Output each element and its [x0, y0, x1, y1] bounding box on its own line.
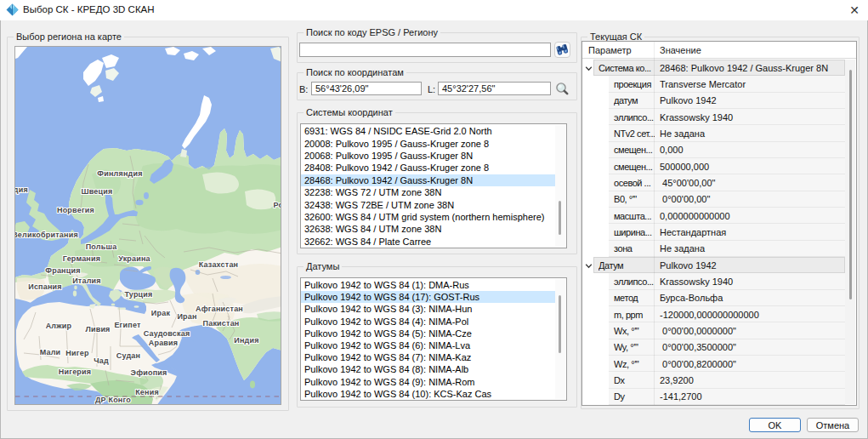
table-row[interactable]: масшта...0,000000000000 [582, 208, 845, 224]
datums-items: Pulkovo 1942 to WGS 84 (1): DMA-RusPulko… [301, 279, 555, 400]
param-cell: эллипсо... [614, 273, 655, 289]
list-item[interactable]: Pulkovo 1942 to WGS 84 (5): NIMA-Cze [301, 328, 555, 339]
list-item[interactable]: 20008: Pulkovo 1995 / Gauss-Kruger zone … [301, 137, 555, 149]
value-cell: 28468: Pulkovo 1942 / Gauss-Kruger 8N [660, 60, 845, 76]
longitude-label: L: [428, 84, 435, 94]
table-row[interactable]: зонаНе задана [582, 241, 845, 257]
latitude-label: B: [299, 84, 308, 94]
list-item[interactable]: Pulkovo 1942 to WGS 84 (3): NIMA-Hun [301, 303, 555, 315]
param-cell: Система ко... [599, 60, 654, 76]
value-cell: Pulkovo 1942 [660, 257, 845, 273]
title-bar: Выбор СК - КРЕДО 3D СКАН ✕ [0, 0, 868, 20]
table-row[interactable]: Wz, °'" 0°00'00,8200000" [582, 356, 845, 372]
chevron-down-icon[interactable] [585, 65, 593, 72]
table-row[interactable]: проекцияTransverse Mercator [582, 76, 845, 92]
table-row[interactable]: методБурса-Вольфа [582, 290, 845, 306]
table-row[interactable]: m, ppm-120000,000000000000 [582, 306, 845, 322]
table-row[interactable]: Система ко...28468: Pulkovo 1942 / Gauss… [582, 60, 845, 76]
list-item[interactable]: 28468: Pulkovo 1942 / Gauss-Kruger 8N [301, 174, 555, 186]
value-cell: -120000,000000000000 [660, 306, 845, 322]
ok-button[interactable]: OK [749, 418, 801, 432]
table-row[interactable]: эллипсо...Krassowsky 1940 [582, 109, 845, 125]
coordinate-systems-scrollbar[interactable] [555, 125, 565, 247]
value-cell: 0°00'00,3500000" [660, 339, 845, 356]
list-item[interactable]: Pulkovo 1942 to WGS 84 (4): NIMA-Pol [301, 316, 555, 328]
table-row[interactable]: B0, °'" 0°00'00,00" [582, 191, 845, 208]
list-item[interactable]: 32438: WGS 72BE / UTM zone 38N [301, 198, 555, 210]
map-country-label: Кения [135, 388, 159, 396]
param-cell: проекция [614, 76, 655, 92]
map-country-label: Турция [124, 290, 152, 299]
param-cell: Датум [599, 257, 654, 273]
group-epsg-search-label: Поиск по коду EPSG / Региону [304, 26, 440, 38]
list-item[interactable]: Pulkovo 1942 to WGS 84 (1): DMA-Rus [301, 279, 555, 291]
magnifier-icon [554, 81, 570, 97]
map-country-label: Чад [94, 356, 109, 365]
param-cell: осевой ... [614, 174, 655, 191]
datums-list: Pulkovo 1942 to WGS 84 (1): DMA-RusPulko… [300, 277, 567, 401]
list-item[interactable]: 20068: Pulkovo 1995 / Gauss-Kruger 8N [301, 150, 555, 162]
table-row[interactable]: датумPulkovo 1942 [582, 93, 845, 109]
table-row[interactable]: Wy, °'" 0°00'00,3500000" [582, 339, 845, 356]
map-country-label: Россия [273, 201, 281, 209]
list-item[interactable]: Pulkovo 1942 to WGS 84 (7): NIMA-Kaz [301, 351, 555, 363]
list-item[interactable]: 28408: Pulkovo 1942 / Gauss-Kruger zone … [301, 162, 555, 174]
app-logo-icon [6, 3, 19, 16]
list-item[interactable]: 32638: WGS 84 / UTM zone 38N [301, 223, 555, 235]
list-item[interactable]: 32238: WGS 72 / UTM zone 38N [301, 186, 555, 198]
list-item[interactable]: 6931: WGS 84 / NSIDC EASE-Grid 2.0 North [301, 125, 555, 137]
table-row[interactable]: ДатумPulkovo 1942 [582, 257, 845, 273]
list-item[interactable]: Pulkovo 1942 to WGS 84 (17): GOST-Rus [301, 291, 555, 303]
datums-scrollbar-thumb[interactable] [559, 295, 561, 353]
epsg-search-input[interactable] [299, 43, 551, 57]
table-row[interactable]: смещен...500000,000 [582, 158, 845, 174]
coordinate-systems-items: 6931: WGS 84 / NSIDC EASE-Grid 2.0 North… [301, 125, 555, 248]
list-item[interactable]: Pulkovo 1942 to WGS 84 (8): NIMA-Alb [301, 363, 555, 375]
current-cs-scrollbar-thumb[interactable] [849, 70, 852, 299]
chevron-down-icon[interactable] [585, 262, 593, 270]
map-country-label: Иран [177, 312, 196, 321]
list-item[interactable]: 32600: WGS 84 / UTM grid system (norther… [301, 211, 555, 223]
list-item[interactable]: Pulkovo 1942 to WGS 84 (10): KCS-Kaz Cas [301, 388, 555, 400]
latitude-input[interactable]: 56°43'26,09" [311, 82, 422, 95]
value-cell: -141,2700 [660, 389, 845, 405]
map-country-label: Афганистан [196, 305, 243, 313]
close-icon[interactable]: ✕ [846, 2, 863, 19]
longitude-input[interactable]: 45°32'27,56" [438, 82, 551, 95]
table-row[interactable]: Dx23,9200 [582, 372, 845, 388]
map-country-label: Мали [40, 348, 61, 356]
list-item[interactable]: Pulkovo 1942 to WGS 84 (9): NIMA-Rom [301, 376, 555, 388]
list-item[interactable]: 32662: WGS 84 / Plate Carree [301, 236, 555, 248]
map-country-label: Эфиопия [131, 368, 167, 377]
list-item[interactable]: Pulkovo 1942 to WGS 84 (6): NIMA-Lva [301, 339, 555, 351]
table-row[interactable]: осевой ... 45°00'00,00" [582, 174, 845, 191]
current-cs-scrollbar[interactable] [845, 60, 855, 404]
group-coordinate-systems-label: Системы координат [304, 106, 395, 118]
cancel-button[interactable]: Отмена [807, 418, 859, 432]
table-row[interactable]: Dy-141,2700 [582, 389, 845, 405]
coordinate-systems-scrollbar-thumb[interactable] [559, 201, 561, 235]
table-row[interactable]: эллипсо...Krassowsky 1940 [582, 273, 845, 289]
value-cell: 0,000000000000 [660, 208, 845, 224]
world-map: ФинляндияШвецияНорвегияИсландияРоссияВел… [15, 47, 281, 405]
dialog-window: Выбор СК - КРЕДО 3D СКАН ✕ Выбор региона… [0, 0, 868, 439]
table-row[interactable]: смещен...0,000 [582, 142, 845, 158]
param-cell: зона [614, 241, 655, 257]
map-country-label: Великобритания [15, 231, 78, 239]
map-canvas[interactable]: ФинляндияШвецияНорвегияИсландияРоссияВел… [14, 46, 281, 405]
map-country-label: Украина [118, 254, 150, 263]
param-cell: Dx [614, 372, 655, 388]
table-row[interactable]: Wx, °'" 0°00'00,0000000" [582, 322, 845, 339]
table-row[interactable]: ширина...Нестандартная [582, 224, 845, 240]
table-row[interactable]: NTv2 сет...Не задана [582, 125, 845, 141]
value-cell: Бурса-Вольфа [660, 290, 845, 306]
coord-search-button[interactable] [553, 80, 571, 98]
value-cell: Не задана [660, 125, 845, 141]
map-country-label: Испания [28, 282, 62, 291]
datums-scrollbar[interactable] [555, 279, 565, 399]
param-cell: Wz, °'" [614, 356, 655, 372]
map-country-label: Швеция [82, 187, 113, 196]
param-cell: Dy [614, 389, 655, 405]
value-cell: Pulkovo 1942 [660, 93, 845, 109]
epsg-search-button[interactable] [554, 42, 570, 58]
